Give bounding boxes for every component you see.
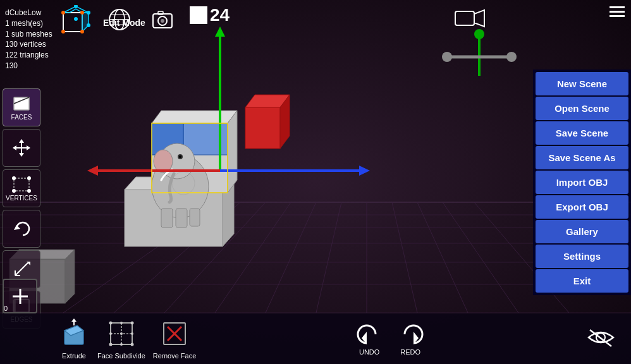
faces-tool-button[interactable]: FACES [3, 88, 40, 126]
redo-button[interactable]: REDO [396, 322, 425, 356]
svg-marker-100 [71, 318, 77, 322]
right-menu-panel: New Scene Open Scene Save Scene Save Sce… [533, 70, 631, 295]
svg-line-6 [316, 202, 341, 313]
triangles-count: 122 triangles [5, 50, 52, 61]
vertices-label: VERTICES [6, 195, 37, 202]
svg-point-87 [27, 189, 31, 193]
frame-counter: 24 [190, 5, 230, 25]
visibility-button[interactable] [584, 324, 618, 355]
mesh-count: 1 mesh(es) [5, 18, 52, 29]
svg-line-89 [15, 263, 28, 276]
remove-face-icon [159, 318, 190, 349]
face-subdivide-icon [106, 318, 137, 349]
move-tool-button[interactable] [3, 129, 40, 167]
svg-point-54 [80, 30, 84, 33]
faces-label: FACES [11, 114, 32, 121]
ham-line-2 [610, 11, 625, 13]
svg-point-86 [12, 189, 16, 193]
svg-point-57 [87, 23, 90, 27]
settings-button[interactable]: Settings [536, 245, 628, 268]
svg-marker-80 [19, 153, 24, 157]
edit-tools-group: Extrude [13, 318, 196, 360]
svg-line-3 [164, 202, 266, 313]
ham-line-3 [610, 15, 625, 17]
svg-point-53 [61, 30, 65, 33]
svg-point-110 [109, 332, 112, 335]
info-panel: dCubeLow 1 mesh(es) 1 sub meshes 130 ver… [0, 5, 58, 74]
undo-label: UNDO [359, 348, 379, 356]
new-scene-button[interactable]: New Scene [536, 72, 628, 95]
globe-icon[interactable] [107, 8, 132, 32]
object-name: dCubeLow [5, 8, 52, 18]
svg-line-10 [443, 202, 518, 313]
svg-point-105 [130, 322, 133, 325]
import-obj-button[interactable]: Import OBJ [536, 171, 628, 194]
svg-point-107 [130, 343, 133, 346]
gallery-button[interactable]: Gallery [536, 220, 628, 243]
bottom-toolbar: Extrude [0, 313, 631, 364]
hamburger-menu-button[interactable] [606, 3, 628, 21]
svg-point-55 [74, 5, 78, 8]
svg-marker-69 [474, 10, 484, 27]
top-icons [107, 8, 175, 32]
extra-number: 130 [5, 61, 52, 71]
extrude-tool[interactable]: Extrude [58, 318, 90, 360]
svg-point-66 [161, 19, 164, 23]
vertices-count: 130 vertices [5, 39, 52, 50]
svg-point-52 [80, 11, 84, 15]
redo-label: REDO [400, 348, 420, 356]
svg-point-108 [120, 322, 123, 324]
svg-point-73 [442, 52, 452, 62]
svg-point-51 [61, 11, 65, 15]
svg-rect-75 [14, 97, 29, 110]
svg-line-4 [215, 202, 291, 313]
svg-point-111 [131, 332, 133, 335]
svg-line-2 [114, 202, 240, 313]
svg-marker-81 [13, 145, 16, 150]
photo-icon[interactable] [150, 8, 175, 32]
svg-line-9 [417, 202, 468, 313]
svg-point-109 [120, 343, 123, 346]
rotate-tool-button[interactable] [3, 210, 40, 248]
svg-line-8 [392, 202, 417, 313]
coord-value: 0 [4, 305, 8, 312]
svg-rect-68 [455, 11, 474, 25]
svg-point-71 [474, 29, 484, 39]
svg-marker-88 [14, 225, 20, 230]
extrude-icon [58, 318, 90, 349]
vertices-tool-button[interactable]: VERTICES [3, 169, 40, 207]
svg-rect-83 [14, 178, 29, 191]
svg-point-104 [109, 322, 112, 325]
face-subdivide-tool[interactable]: Face Subdivide [97, 318, 145, 360]
svg-point-106 [109, 343, 112, 346]
open-scene-button[interactable]: Open Scene [536, 97, 628, 120]
svg-point-84 [12, 176, 16, 180]
undo-button[interactable]: UNDO [355, 322, 384, 356]
viewport[interactable]: dCubeLow 1 mesh(es) 1 sub meshes 130 ver… [0, 0, 631, 364]
coord-display: 0 [0, 303, 11, 313]
svg-marker-50 [82, 13, 89, 32]
extrude-label: Extrude [62, 352, 86, 360]
sub-meshes: 1 sub meshes [5, 29, 52, 40]
export-obj-button[interactable]: Export OBJ [536, 195, 628, 219]
svg-point-58 [74, 17, 78, 21]
svg-rect-48 [63, 13, 82, 32]
save-scene-as-button[interactable]: Save Scene As [536, 146, 628, 169]
cube-icon [54, 5, 98, 40]
remove-face-tool[interactable]: Remove Face [153, 318, 196, 360]
svg-point-56 [87, 11, 90, 15]
ham-line-1 [610, 6, 625, 8]
svg-line-5 [266, 202, 316, 313]
svg-point-85 [27, 176, 31, 180]
undo-redo-group: UNDO REDO [355, 322, 425, 356]
face-subdivide-label: Face Subdivide [97, 352, 145, 360]
svg-point-112 [120, 332, 123, 335]
save-scene-button[interactable]: Save Scene [536, 121, 628, 145]
svg-point-74 [506, 52, 517, 62]
svg-line-1 [63, 202, 221, 313]
orientation-gizmo [438, 25, 520, 82]
frame-number: 24 [210, 5, 230, 25]
exit-button[interactable]: Exit [536, 269, 628, 293]
remove-face-label: Remove Face [153, 352, 196, 360]
frame-square [190, 6, 207, 24]
